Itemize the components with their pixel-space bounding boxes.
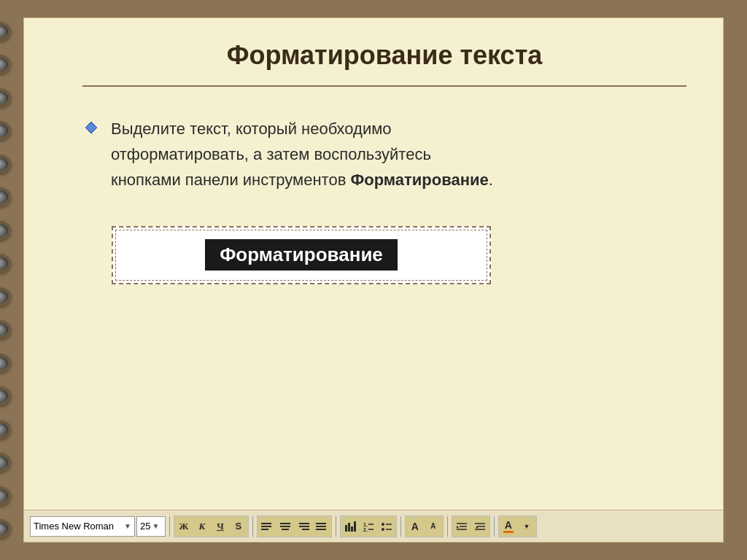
text-style-group: Ж К Ч S	[174, 516, 249, 537]
font-size-decrease-button[interactable]: A	[425, 517, 442, 536]
list-group: 1. 2.	[340, 516, 397, 537]
alignment-group	[257, 516, 332, 537]
indent-right-icon	[456, 521, 468, 532]
font-size-dropdown[interactable]: 25 ▼	[136, 516, 166, 537]
spiral-ring	[0, 221, 11, 240]
bullet-list-button[interactable]	[378, 517, 395, 536]
formatting-toolbar: Times New Roman ▼ 25 ▼ Ж К Ч S	[24, 510, 723, 542]
align-center-button[interactable]	[276, 517, 294, 536]
font-color-dropdown-arrow: ▼	[523, 523, 530, 530]
spiral-ring	[0, 486, 11, 505]
spiral-ring	[0, 420, 11, 439]
slide-page: Форматирование текста Выделите текст, ко…	[23, 18, 724, 542]
spiral-ring	[0, 55, 11, 74]
spiral-binding	[0, 0, 16, 560]
svg-point-11	[382, 528, 384, 531]
italic-button[interactable]: К	[193, 517, 211, 536]
underline-button[interactable]: Ч	[212, 517, 229, 536]
separator-3	[336, 516, 336, 537]
font-size-label: 25	[140, 521, 150, 532]
svg-rect-3	[348, 523, 350, 532]
font-size-increase-button[interactable]: A	[406, 517, 424, 536]
svg-rect-2	[345, 525, 347, 532]
toolbar-preview-label: Форматирование	[205, 239, 398, 271]
spiral-ring	[0, 88, 11, 107]
column-chart-icon	[344, 521, 356, 532]
svg-point-10	[382, 523, 384, 526]
strikethrough-button[interactable]: S	[230, 517, 247, 536]
align-left-button[interactable]	[258, 517, 276, 536]
spiral-ring	[0, 453, 11, 472]
bullet-text-line3: кнопками панели инструментов	[111, 171, 350, 189]
bold-button[interactable]: Ж	[175, 517, 193, 536]
font-color-group: A A	[405, 516, 444, 537]
spiral-ring	[0, 519, 11, 538]
font-size-down-icon: A	[430, 522, 436, 530]
font-color-a-label: А	[505, 519, 512, 531]
spiral-ring	[0, 254, 11, 273]
font-dropdown-arrow: ▼	[124, 522, 131, 530]
font-color-a-group: А ▼	[498, 516, 537, 537]
indent-left-icon	[474, 521, 486, 532]
align-right-icon	[298, 523, 309, 530]
spiral-ring	[0, 121, 11, 140]
indent-group	[452, 516, 490, 537]
bullet-icon	[82, 119, 100, 139]
spiral-ring	[0, 386, 11, 405]
svg-marker-21	[476, 526, 478, 529]
size-dropdown-arrow: ▼	[152, 522, 159, 530]
spiral-ring	[0, 22, 11, 41]
font-color-button[interactable]: А	[500, 517, 517, 536]
numbered-list-icon: 1. 2.	[363, 521, 374, 532]
title-divider	[82, 85, 686, 87]
font-color-dropdown-button[interactable]: ▼	[518, 517, 535, 536]
indent-increase-button[interactable]	[453, 517, 471, 536]
font-name-label: Times New Roman	[34, 521, 121, 532]
spiral-ring	[0, 354, 11, 373]
spiral-ring	[0, 155, 11, 174]
spiral-ring	[0, 187, 11, 206]
font-color-underline	[503, 531, 514, 533]
bullet-text-line1: Выделите текст, который необходимо	[111, 120, 392, 138]
bullet-list-icon	[381, 521, 392, 532]
separator-5	[447, 516, 448, 537]
separator-2	[252, 516, 253, 537]
spiral-ring	[0, 320, 11, 339]
svg-text:2.: 2.	[363, 527, 368, 532]
slide-content: Форматирование текста Выделите текст, ко…	[46, 18, 723, 510]
bullet-text-end: .	[489, 171, 493, 189]
indent-decrease-button[interactable]	[471, 517, 489, 536]
separator-4	[400, 516, 401, 537]
toolbar-preview-box: Форматирование	[112, 226, 491, 284]
slide-title: Форматирование текста	[82, 40, 686, 71]
justify-button[interactable]	[313, 517, 330, 536]
numbered-list-button[interactable]: 1. 2.	[360, 517, 377, 536]
svg-marker-17	[457, 526, 459, 529]
spiral-ring	[0, 287, 11, 306]
svg-rect-4	[351, 526, 353, 532]
font-name-dropdown[interactable]: Times New Roman ▼	[30, 516, 135, 537]
justify-icon	[316, 523, 328, 530]
svg-marker-1	[85, 123, 97, 132]
align-left-icon	[261, 523, 273, 530]
align-center-icon	[279, 523, 291, 530]
column-chart-button[interactable]	[341, 517, 359, 536]
align-right-button[interactable]	[295, 517, 312, 536]
separator-6	[494, 516, 495, 537]
separator-1	[169, 516, 170, 537]
bullet-text-line2: отформатировать, а затем воспользуйтесь	[111, 145, 431, 163]
svg-rect-5	[354, 521, 356, 532]
svg-text:1.: 1.	[363, 522, 368, 527]
bullet-section: Выделите текст, который необходимо отфор…	[82, 116, 686, 193]
font-size-up-icon: A	[411, 521, 419, 532]
bullet-text: Выделите текст, который необходимо отфор…	[111, 116, 493, 193]
bullet-text-bold: Форматирование	[350, 171, 488, 189]
